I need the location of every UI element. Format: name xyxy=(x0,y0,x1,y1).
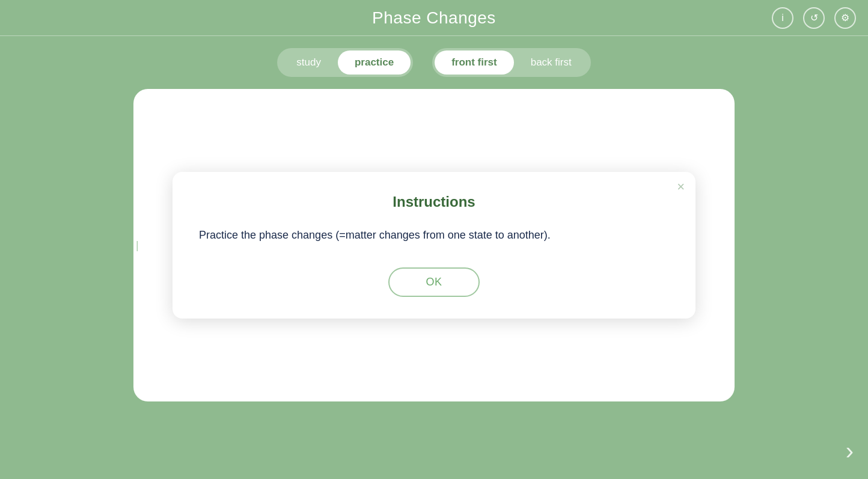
main-content-card: | × Instructions Practice the phase chan… xyxy=(133,89,735,401)
modal-overlay: × Instructions Practice the phase change… xyxy=(133,89,735,401)
tabs-section: study practice front first back first xyxy=(0,36,868,89)
info-icon[interactable]: i xyxy=(772,7,793,29)
modal-title: Instructions xyxy=(197,194,671,210)
tab-practice[interactable]: practice xyxy=(338,50,411,75)
tab-back-first[interactable]: back first xyxy=(514,50,588,75)
settings-icon[interactable]: ⚙ xyxy=(834,7,856,29)
modal-close-button[interactable]: × xyxy=(677,180,685,194)
modal-ok-button[interactable]: OK xyxy=(388,267,479,297)
tab-front-first[interactable]: front first xyxy=(435,50,514,75)
modal-body-text: Practice the phase changes (=matter chan… xyxy=(197,227,671,243)
tab-study[interactable]: study xyxy=(280,50,338,75)
next-arrow-button[interactable]: › xyxy=(846,438,854,465)
order-tab-group: front first back first xyxy=(432,48,591,77)
refresh-icon[interactable]: ↺ xyxy=(803,7,825,29)
header-icons: i ↺ ⚙ xyxy=(772,7,856,29)
instructions-modal: × Instructions Practice the phase change… xyxy=(173,172,695,319)
mode-tab-group: study practice xyxy=(277,48,413,77)
header: Phase Changes i ↺ ⚙ xyxy=(0,0,868,36)
page-title: Phase Changes xyxy=(372,8,496,28)
